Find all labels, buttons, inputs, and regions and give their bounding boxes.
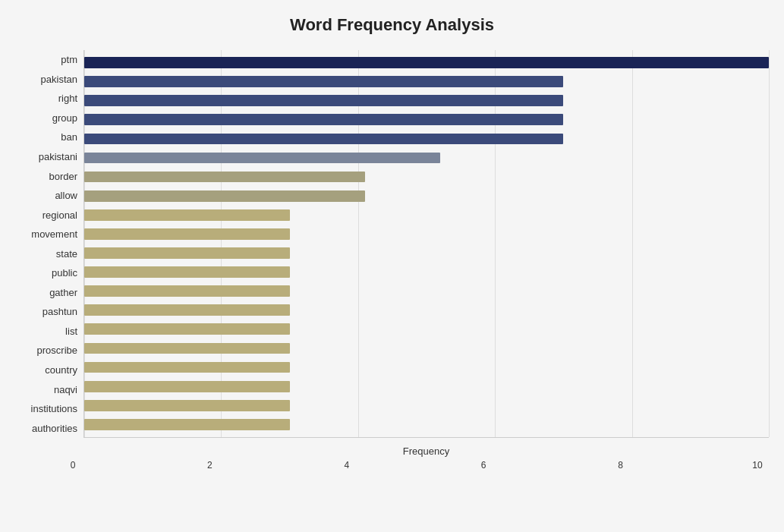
- bar-row-authorities: [84, 415, 769, 434]
- bar-right: [84, 95, 563, 106]
- bar-row-regional: [84, 206, 769, 225]
- y-label-list: list: [65, 326, 77, 336]
- bar-row-group: [84, 110, 769, 129]
- bar-row-right: [84, 91, 769, 110]
- bars-wrapper: [84, 50, 769, 437]
- bar-row-pashtun: [84, 301, 769, 320]
- x-tick-8: 8: [609, 460, 632, 471]
- chart-area: ptmpakistanrightgroupbanpakistanibordera…: [15, 50, 769, 438]
- bar-row-allow: [84, 187, 769, 206]
- bar-row-ptm: [84, 53, 769, 72]
- bar-pakistan: [84, 76, 563, 87]
- bar-authorities: [84, 419, 290, 430]
- bar-proscribe: [84, 343, 290, 354]
- x-tick-2: 2: [198, 460, 221, 471]
- y-label-regional: regional: [43, 210, 77, 220]
- bar-row-naqvi: [84, 377, 769, 396]
- y-label-ptm: ptm: [61, 55, 77, 65]
- x-axis-title: Frequency: [403, 445, 449, 457]
- bar-row-proscribe: [84, 338, 769, 357]
- y-axis-labels: ptmpakistanrightgroupbanpakistanibordera…: [15, 50, 83, 438]
- y-label-pashtun: pashtun: [43, 307, 77, 316]
- bar-pashtun: [84, 304, 290, 316]
- y-label-institutions: institutions: [31, 404, 77, 414]
- bar-group: [84, 114, 563, 125]
- y-label-ban: ban: [61, 132, 77, 142]
- bar-row-public: [84, 263, 769, 282]
- x-tick-0: 0: [61, 460, 84, 471]
- chart-title: Word Frequency Analysis: [15, 15, 769, 35]
- plot-area: 0246810: [83, 50, 769, 438]
- x-tick-4: 4: [335, 460, 358, 471]
- bar-regional: [84, 209, 290, 221]
- y-label-border: border: [49, 172, 77, 181]
- bar-institutions: [84, 400, 290, 411]
- bar-naqvi: [84, 381, 290, 392]
- y-label-allow: allow: [55, 190, 77, 200]
- bar-ban: [84, 134, 563, 145]
- y-label-authorities: authorities: [32, 423, 77, 433]
- chart-container: Word Frequency Analysis ptmpakistanright…: [0, 0, 784, 532]
- bar-row-state: [84, 244, 769, 263]
- y-label-pakistani: pakistani: [39, 152, 77, 162]
- bar-public: [84, 266, 290, 278]
- bar-gather: [84, 285, 290, 297]
- bar-row-institutions: [84, 396, 769, 415]
- bar-row-pakistani: [84, 148, 769, 167]
- bar-border: [84, 172, 365, 183]
- bar-ptm: [84, 57, 769, 68]
- bar-state: [84, 247, 290, 259]
- y-label-pakistan: pakistan: [41, 74, 77, 84]
- bar-row-country: [84, 358, 769, 377]
- y-label-group: group: [52, 113, 77, 123]
- y-label-right: right: [58, 93, 77, 103]
- y-label-gather: gather: [49, 288, 77, 297]
- bar-allow: [84, 190, 365, 202]
- bar-country: [84, 362, 290, 373]
- bar-row-pakistan: [84, 72, 769, 91]
- bar-row-ban: [84, 129, 769, 148]
- x-tick-10: 10: [746, 460, 769, 471]
- bar-row-list: [84, 320, 769, 338]
- bar-movement: [84, 228, 290, 240]
- y-label-naqvi: naqvi: [54, 385, 77, 395]
- x-tick-6: 6: [472, 460, 495, 471]
- y-label-public: public: [52, 268, 77, 278]
- bottom-section: Frequency: [83, 438, 769, 476]
- y-label-state: state: [56, 249, 77, 259]
- bar-pakistani: [84, 153, 440, 164]
- y-label-proscribe: proscribe: [37, 345, 77, 355]
- bar-row-movement: [84, 225, 769, 244]
- y-label-movement: movement: [31, 229, 77, 239]
- bar-row-border: [84, 168, 769, 187]
- y-label-country: country: [45, 365, 77, 375]
- bar-list: [84, 323, 290, 335]
- bar-row-gather: [84, 282, 769, 301]
- gridline-10: [769, 50, 770, 437]
